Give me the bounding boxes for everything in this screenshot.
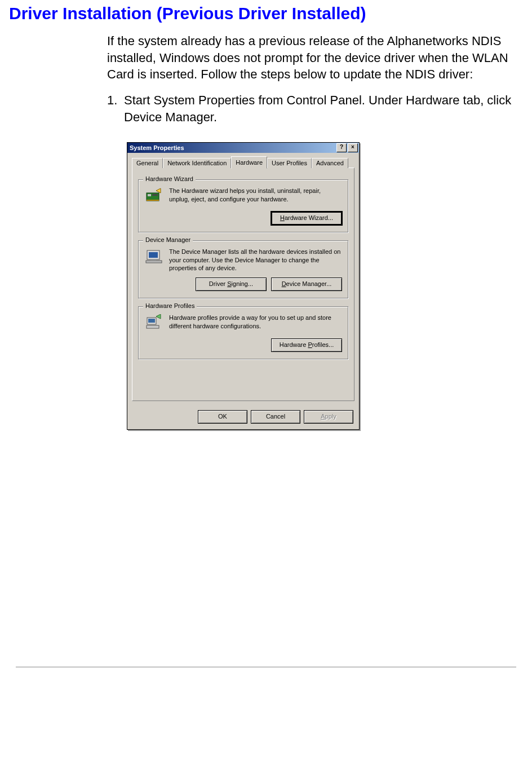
titlebar: System Properties ? × xyxy=(127,143,359,153)
hardware-wizard-desc: The Hardware wizard helps you install, u… xyxy=(169,187,342,206)
tab-strip: General Network Identification Hardware … xyxy=(132,156,354,168)
step-text: Start System Properties from Control Pan… xyxy=(124,92,518,125)
group-hardware-profiles-title: Hardware Profiles xyxy=(143,302,197,309)
group-hardware-profiles: Hardware Profiles Hardware profil xyxy=(138,306,348,359)
svg-rect-3 xyxy=(147,200,159,201)
tab-hardware[interactable]: Hardware xyxy=(231,156,267,169)
step-number: 1. xyxy=(107,92,124,125)
svg-rect-1 xyxy=(148,194,151,196)
hardware-card-icon xyxy=(144,187,163,206)
tab-general[interactable]: General xyxy=(132,158,163,168)
device-manager-button[interactable]: Device Manager... xyxy=(271,278,342,291)
svg-rect-2 xyxy=(152,194,158,196)
step-1: 1. Start System Properties from Control … xyxy=(107,92,518,125)
hw-wizard-btn-rest: ardware Wizard... xyxy=(285,214,333,221)
group-hardware-wizard-title: Hardware Wizard xyxy=(143,175,196,182)
page-footer-rule xyxy=(16,667,516,667)
system-properties-dialog: System Properties ? × General Network Id… xyxy=(127,142,360,430)
ok-button[interactable]: OK xyxy=(198,410,247,424)
tab-network-identification[interactable]: Network Identification xyxy=(163,158,231,168)
group-hardware-wizard: Hardware Wizard xyxy=(138,179,348,232)
intro-paragraph: If the system already has a previous rel… xyxy=(107,33,509,83)
driver-signing-button[interactable]: Driver Signing... xyxy=(196,278,267,291)
hardware-profile-icon xyxy=(144,314,163,333)
page-title: Driver Installation (Previous Driver Ins… xyxy=(9,3,532,24)
hardware-wizard-button[interactable]: Hardware Wizard... xyxy=(271,212,342,225)
svg-rect-9 xyxy=(148,319,155,323)
hardware-profiles-desc: Hardware profiles provide a way for you … xyxy=(169,314,342,333)
device-manager-desc: The Device Manager lists all the hardwar… xyxy=(169,248,342,272)
cancel-button[interactable]: Cancel xyxy=(251,410,300,424)
svg-rect-6 xyxy=(146,261,162,263)
tab-user-profiles[interactable]: User Profiles xyxy=(267,158,312,168)
group-device-manager-title: Device Manager xyxy=(143,236,193,243)
svg-rect-7 xyxy=(150,259,156,261)
help-button[interactable]: ? xyxy=(336,143,347,152)
computer-icon xyxy=(144,248,163,267)
close-button[interactable]: × xyxy=(348,143,358,152)
svg-rect-5 xyxy=(149,252,158,258)
dialog-title: System Properties xyxy=(130,144,335,151)
svg-rect-10 xyxy=(147,325,159,328)
hardware-profiles-button[interactable]: Hardware Profiles... xyxy=(271,338,342,352)
tab-advanced[interactable]: Advanced xyxy=(312,158,348,168)
dialog-footer: OK Cancel Apply xyxy=(127,406,359,429)
tab-panel-hardware: Hardware Wizard xyxy=(132,168,354,401)
group-device-manager: Device Manager The Device Manager xyxy=(138,240,348,298)
apply-button[interactable]: Apply xyxy=(304,410,353,424)
